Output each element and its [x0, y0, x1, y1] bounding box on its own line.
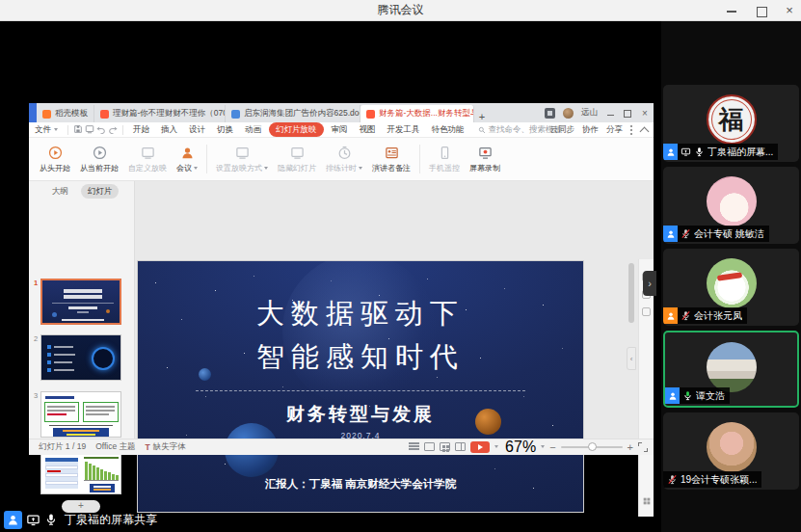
mic-muted-icon [667, 474, 678, 485]
hide-slide-icon [290, 146, 305, 160]
panel-collapse-button[interactable]: › [643, 271, 656, 296]
sorter-view-icon[interactable] [440, 442, 450, 451]
share-button[interactable]: 分享 [606, 124, 623, 136]
missing-font-status[interactable]: T 缺失字体 [146, 441, 186, 453]
play-circle-icon [48, 146, 63, 160]
participant-tile-3[interactable]: 会计张元凤 [663, 249, 799, 326]
wps-presentation-icon [366, 110, 375, 119]
menu-item-home[interactable]: 开始 [127, 124, 155, 136]
menu-item-review[interactable]: 审阅 [326, 124, 354, 136]
ribbon-from-beginning[interactable]: 从头开始 [35, 140, 75, 178]
screen-share-icon [26, 513, 40, 527]
zoom-slider[interactable] [561, 446, 623, 448]
fit-slide-icon[interactable] [638, 442, 648, 452]
ribbon-custom-show[interactable]: 自定义放映 [123, 140, 172, 178]
participant-tile-1[interactable]: 福 丁泉福的屏幕... [663, 85, 799, 162]
panel-icon[interactable] [642, 307, 651, 316]
menu-item-animation[interactable]: 动画 [239, 124, 267, 136]
ribbon-setup-show[interactable]: 设置放映方式 [211, 140, 273, 178]
account-name[interactable]: 远山 [581, 107, 598, 119]
tab-docer[interactable]: 稻壳模板 [37, 105, 94, 122]
outline-tab[interactable]: 大纲 [45, 184, 75, 199]
wps-minimize-button[interactable] [605, 110, 615, 116]
tab-active-caiwu-ppt[interactable]: 财务篇-大数据...财务转型与发展 × [360, 105, 474, 122]
slide-title-line2: 智能感知时代 [138, 338, 583, 377]
undo-icon[interactable] [95, 124, 107, 136]
close-button[interactable]: × [784, 5, 795, 16]
slide-thumbnail-2[interactable] [40, 334, 121, 381]
slides-tab[interactable]: 幻灯片 [81, 184, 120, 199]
zoom-in-button[interactable]: + [627, 442, 633, 452]
file-menu[interactable]: 文件 [29, 124, 64, 136]
participant-tile-2[interactable]: 会计专硕 姚敏洁 [663, 167, 799, 244]
minimize-button[interactable] [726, 5, 737, 16]
menu-item-design[interactable]: 设计 [183, 124, 211, 136]
presenter-person-icon [4, 511, 22, 529]
zoom-level[interactable]: 67% [505, 439, 536, 456]
docer-flame-icon [42, 110, 51, 119]
outline-view-icon[interactable] [409, 442, 419, 451]
wps-restore-button[interactable] [623, 108, 632, 118]
ribbon-speaker-notes[interactable]: 演讲者备注 [367, 140, 415, 178]
participant-tile-4[interactable]: 谭文浩 [663, 331, 799, 408]
theme-status[interactable]: Office 主题 [95, 441, 135, 453]
menu-item-insert[interactable]: 插入 [155, 124, 183, 136]
menu-item-features[interactable]: 特色功能 [426, 124, 470, 136]
more-menu-icon[interactable] [630, 125, 633, 136]
person-icon [663, 307, 678, 324]
play-options-caret[interactable] [494, 445, 498, 448]
cloud-sync-button[interactable]: 云同步 [550, 124, 575, 136]
normal-view-icon[interactable] [424, 442, 435, 451]
ribbon-screen-record[interactable]: 屏幕录制 [465, 140, 505, 178]
grid-view-icon[interactable] [642, 496, 652, 506]
background-planet [282, 261, 437, 408]
avatar: 福 [707, 94, 757, 145]
participant-name: 丁泉福的屏幕... [708, 146, 773, 159]
slide-number: 3 [32, 391, 40, 400]
participants-panel: 福 丁泉福的屏幕... 会计专硕 姚敏洁 会计张元凤 [661, 21, 801, 532]
redo-icon[interactable] [107, 124, 119, 136]
ribbon-meeting[interactable]: 会议 [172, 140, 202, 178]
share-label: 丁泉福的屏幕共享 [65, 512, 157, 528]
new-tab-button[interactable]: + [474, 111, 490, 122]
maximize-button[interactable] [755, 5, 766, 16]
tab-licai-ppt[interactable]: 理财篇-你不理财财不理你（0701） [94, 105, 226, 122]
wps-close-button[interactable]: × [640, 108, 650, 119]
collapse-ribbon-icon[interactable] [640, 127, 650, 137]
output-icon[interactable] [84, 124, 95, 136]
account-avatar[interactable] [563, 108, 574, 119]
slideshow-play-button[interactable] [470, 441, 490, 453]
wps-home-button[interactable] [29, 103, 37, 122]
tab-docx[interactable]: 启东润海集团广告价内容625.docx [226, 105, 360, 122]
slide-number: 1 [32, 279, 40, 287]
menu-item-devtools[interactable]: 开发工具 [382, 124, 426, 136]
wps-content-area: 大纲 幻灯片 1 2 [29, 181, 654, 439]
menu-item-slideshow-active[interactable]: 幻灯片放映 [269, 122, 324, 137]
zoom-slider-knob[interactable] [588, 442, 597, 451]
ribbon-hide-slide[interactable]: 隐藏幻灯片 [273, 140, 321, 178]
person-icon [665, 387, 680, 404]
menu-item-view[interactable]: 视图 [354, 124, 382, 136]
slide-canvas[interactable]: 大数据驱动下 智能感知时代 财务转型与发展 2020.7.4 汇报人：丁泉福 南… [138, 261, 583, 512]
ribbon-rehearse-timing[interactable]: 排练计时 [321, 140, 367, 178]
dashed-divider [196, 390, 525, 391]
zoom-out-button[interactable]: − [549, 442, 555, 452]
ribbon-phone-remote[interactable]: 手机遥控 [424, 140, 465, 178]
menu-item-transition[interactable]: 切换 [211, 124, 239, 136]
canvas-scrollbar[interactable] [628, 263, 634, 323]
slide-thumbnail-1[interactable] [40, 279, 121, 325]
notification-badge-icon[interactable] [545, 108, 555, 119]
collaborate-button[interactable]: 协作 [582, 124, 599, 136]
sidebar-toggle-icon[interactable]: ‹ [627, 347, 636, 370]
slide-thumbnail-4[interactable] [40, 448, 121, 494]
shared-screen-wps-window: 稻壳模板 理财篇-你不理财财不理你（0701） 启东润海集团广告价内容625.d… [29, 103, 654, 455]
ribbon-from-current[interactable]: 从当前开始 [75, 140, 123, 178]
save-icon[interactable] [72, 124, 84, 136]
zoom-caret[interactable] [541, 445, 545, 448]
slideshow-ribbon: 从头开始 从当前开始 自定义放映 会议 设置放映方式 隐藏幻灯片 [29, 138, 654, 181]
setup-show-icon [235, 146, 250, 160]
slide-thumbnail-3[interactable] [40, 391, 121, 438]
play-circle-icon [93, 146, 107, 160]
reading-view-icon[interactable] [455, 442, 466, 451]
participant-tile-5[interactable]: 19会计专硕张颖... [663, 412, 799, 490]
